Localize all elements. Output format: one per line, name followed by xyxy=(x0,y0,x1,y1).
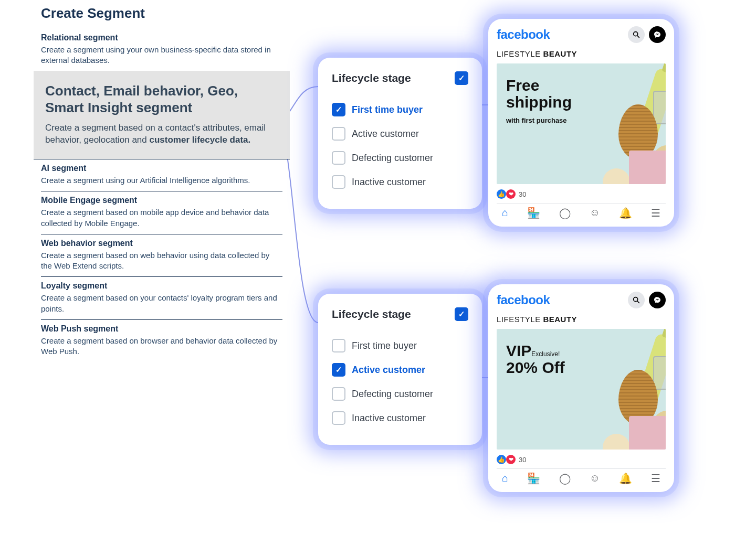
love-icon: ❤ xyxy=(506,189,516,199)
lifecycle-option-defecting-customer[interactable]: Defecting customer xyxy=(332,382,468,406)
segment-option-web-push[interactable]: Web Push segment Create a segment based … xyxy=(41,320,282,362)
panel-title: Create Segment xyxy=(41,5,282,22)
groups-icon[interactable]: ☺ xyxy=(590,207,600,219)
search-icon[interactable] xyxy=(628,292,645,308)
ad-line2: shipping xyxy=(506,93,572,111)
segment-option-title: Mobile Engage segment xyxy=(41,196,282,205)
segment-option-desc: Create a segment based on browser and be… xyxy=(41,336,282,357)
highlight-desc: Create a segment based on a contact's at… xyxy=(45,122,278,147)
messenger-icon[interactable] xyxy=(649,292,666,308)
lifecycle-option-label: First time buyer xyxy=(352,340,417,351)
messenger-icon[interactable] xyxy=(649,26,666,43)
menu-icon[interactable]: ☰ xyxy=(651,207,660,219)
reaction-count: 30 xyxy=(519,456,526,464)
facebook-bottom-nav: ⌂ 🏪 ◯ ☺ 🔔 ☰ xyxy=(497,468,666,485)
facebook-reactions: 👍 ❤ 30 xyxy=(497,189,666,199)
ad-exclusive: Exclusive! xyxy=(531,350,560,358)
notifications-icon[interactable]: 🔔 xyxy=(619,472,632,485)
product-illustration xyxy=(582,63,666,184)
facebook-brand: LIFESTYLE BEAUTY xyxy=(497,49,666,58)
marketplace-icon[interactable]: 🏪 xyxy=(527,207,540,219)
lifecycle-option-active-customer[interactable]: Active customer xyxy=(332,122,468,146)
product-illustration xyxy=(582,329,666,450)
segment-option-desc: Create a segment using your own business… xyxy=(41,45,282,66)
lifecycle-option-inactive-customer[interactable]: Inactive customer xyxy=(332,170,468,194)
checkbox-icon xyxy=(332,103,345,116)
lifecycle-title: Lifecycle stage xyxy=(332,308,411,320)
like-icon: 👍 xyxy=(497,189,506,199)
segment-option-title: Web behavior segment xyxy=(41,239,282,248)
lifecycle-option-first-time-buyer[interactable]: First time buyer xyxy=(332,98,468,122)
facebook-reactions: 👍 ❤ 30 xyxy=(497,455,666,464)
segment-option-title: AI segment xyxy=(41,164,282,173)
checkbox-icon xyxy=(332,411,345,425)
ad-subline: with first purchase xyxy=(506,116,572,124)
brand-bold: BEAUTY xyxy=(543,315,577,324)
segment-option-contact-highlight[interactable]: Contact, Email behavior, Geo, Smart Insi… xyxy=(34,71,290,160)
lifecycle-option-active-customer[interactable]: Active customer xyxy=(332,358,468,382)
lifecycle-master-checkbox[interactable] xyxy=(455,307,468,321)
segment-option-desc: Create a segment based on mobile app dev… xyxy=(41,207,282,229)
lifecycle-option-inactive-customer[interactable]: Inactive customer xyxy=(332,406,468,430)
segment-option-desc: Create a segment using our Artificial In… xyxy=(41,175,282,186)
lifecycle-option-label: Inactive customer xyxy=(352,177,426,188)
create-segment-panel: Create Segment Relational segment Create… xyxy=(41,5,282,362)
lifecycle-option-defecting-customer[interactable]: Defecting customer xyxy=(332,146,468,170)
ad-vip: VIP xyxy=(506,342,531,359)
groups-icon[interactable]: ☺ xyxy=(590,472,600,485)
segment-option-web-behavior[interactable]: Web behavior segment Create a segment ba… xyxy=(41,234,282,277)
segment-option-title: Web Push segment xyxy=(41,324,282,334)
brand-pre: LIFESTYLE xyxy=(497,49,543,58)
facebook-preview-free-shipping: facebook LIFESTYLE BEAUTY Freeshipping w… xyxy=(488,19,674,227)
profile-icon[interactable]: ◯ xyxy=(559,472,571,485)
segment-option-relational[interactable]: Relational segment Create a segment usin… xyxy=(41,29,282,72)
reaction-count: 30 xyxy=(519,190,526,198)
notifications-icon[interactable]: 🔔 xyxy=(619,207,632,219)
checkbox-icon xyxy=(332,175,345,189)
lifecycle-option-label: Active customer xyxy=(352,365,425,376)
checkbox-icon xyxy=(332,363,345,377)
facebook-preview-vip: facebook LIFESTYLE BEAUTY VIPExclusive! … xyxy=(488,284,674,492)
checkbox-icon xyxy=(332,339,345,352)
lifecycle-option-label: Active customer xyxy=(352,129,419,140)
lifecycle-card-first-time: Lifecycle stage First time buyer Active … xyxy=(318,58,482,209)
home-icon[interactable]: ⌂ xyxy=(502,472,508,485)
lifecycle-option-label: Inactive customer xyxy=(352,413,426,424)
segment-option-title: Loyalty segment xyxy=(41,281,282,291)
lifecycle-card-active: Lifecycle stage First time buyer Active … xyxy=(318,294,482,445)
brand-pre: LIFESTYLE xyxy=(497,315,543,324)
svg-line-3 xyxy=(637,301,639,303)
facebook-brand: LIFESTYLE BEAUTY xyxy=(497,315,666,324)
facebook-ad-image[interactable]: Freeshipping with first purchase xyxy=(497,63,666,184)
facebook-logo: facebook xyxy=(497,293,550,307)
search-icon[interactable] xyxy=(628,26,645,43)
segment-option-mobile-engage[interactable]: Mobile Engage segment Create a segment b… xyxy=(41,191,282,234)
segment-option-loyalty[interactable]: Loyalty segment Create a segment based o… xyxy=(41,277,282,320)
checkbox-icon xyxy=(332,151,345,165)
segment-option-ai[interactable]: AI segment Create a segment using our Ar… xyxy=(41,159,282,191)
segment-option-desc: Create a segment based on web behavior u… xyxy=(41,250,282,272)
like-icon: 👍 xyxy=(497,455,506,464)
highlight-desc-bold: customer lifecycle data. xyxy=(150,135,251,145)
brand-bold: BEAUTY xyxy=(543,49,577,58)
segment-option-desc: Create a segment based on your contacts'… xyxy=(41,293,282,314)
svg-line-1 xyxy=(637,36,639,37)
ad-copy: Freeshipping with first purchase xyxy=(506,77,572,124)
ad-copy: VIPExclusive! 20% Off xyxy=(506,343,565,377)
facebook-ad-image[interactable]: VIPExclusive! 20% Off xyxy=(497,329,666,450)
facebook-logo: facebook xyxy=(497,27,550,42)
home-icon[interactable]: ⌂ xyxy=(502,207,508,219)
segment-option-title: Relational segment xyxy=(41,33,282,42)
highlight-title: Contact, Email behavior, Geo, Smart Insi… xyxy=(45,82,278,116)
profile-icon[interactable]: ◯ xyxy=(559,207,571,219)
lifecycle-title: Lifecycle stage xyxy=(332,72,411,84)
love-icon: ❤ xyxy=(506,455,516,464)
checkbox-icon xyxy=(332,127,345,141)
menu-icon[interactable]: ☰ xyxy=(651,472,660,485)
lifecycle-master-checkbox[interactable] xyxy=(455,71,468,85)
lifecycle-option-label: Defecting customer xyxy=(352,153,433,164)
ad-off: 20% Off xyxy=(506,359,565,376)
lifecycle-option-first-time-buyer[interactable]: First time buyer xyxy=(332,334,468,358)
lifecycle-option-label: First time buyer xyxy=(352,104,423,115)
marketplace-icon[interactable]: 🏪 xyxy=(527,472,540,485)
